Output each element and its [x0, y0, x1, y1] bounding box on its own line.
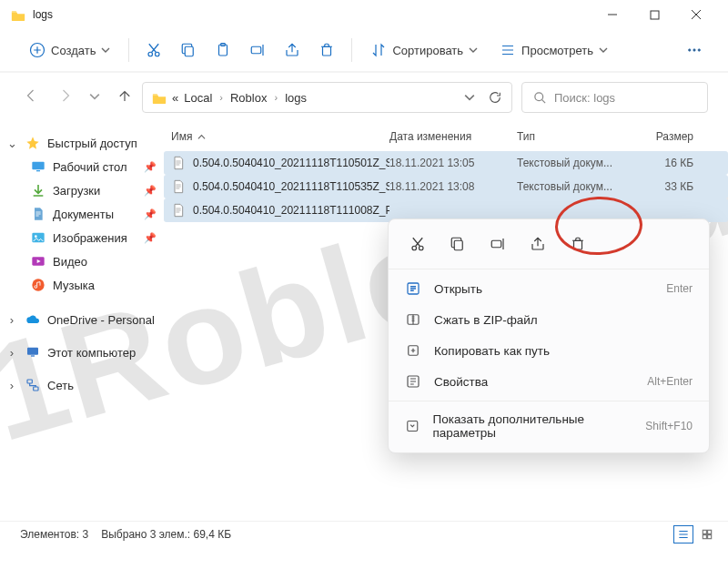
close-button[interactable]: [675, 0, 717, 29]
more-button[interactable]: [679, 36, 710, 64]
ctx-share-button[interactable]: [521, 229, 554, 259]
breadcrumb-item[interactable]: logs: [285, 91, 307, 105]
search-input[interactable]: Поиск: logs: [521, 82, 708, 113]
ctx-cut-button[interactable]: [401, 229, 434, 259]
column-name[interactable]: Имя: [171, 130, 389, 143]
command-bar: Создать Сортировать Просмотреть: [0, 29, 728, 73]
grid-view-button[interactable]: [697, 525, 717, 543]
svg-rect-21: [27, 380, 32, 383]
sort-button[interactable]: Сортировать: [361, 36, 487, 64]
svg-rect-22: [34, 387, 38, 391]
ctx-properties[interactable]: Свойства Alt+Enter: [389, 366, 709, 397]
recent-chevron[interactable]: [89, 89, 100, 106]
ctx-show-more[interactable]: Показать дополнительные параметры Shift+…: [389, 405, 709, 447]
folder-icon: [11, 9, 25, 21]
file-name: 0.504.0.5040410_20211118T110535Z_Studi..…: [193, 180, 389, 193]
chevron-right-icon: ›: [272, 92, 279, 103]
ctx-open[interactable]: Открыть Enter: [389, 273, 709, 304]
forward-button[interactable]: [56, 87, 73, 107]
cloud-icon: [25, 312, 40, 327]
breadcrumb-item[interactable]: Roblox: [230, 91, 267, 105]
ctx-delete-button[interactable]: [561, 229, 594, 259]
chevron-right-icon[interactable]: ›: [5, 346, 18, 360]
sidebar-item-documents[interactable]: Документы 📌: [0, 202, 164, 226]
back-button[interactable]: [24, 87, 40, 107]
chevron-right-icon[interactable]: ›: [5, 313, 18, 327]
copy-path-icon: [405, 342, 421, 359]
ctx-label: Свойства: [434, 375, 488, 389]
chevron-down-icon[interactable]: ⌄: [5, 137, 18, 150]
new-button[interactable]: Создать: [20, 36, 119, 64]
address-bar[interactable]: « Local › Roblox › logs: [142, 82, 512, 113]
star-icon: [25, 136, 40, 150]
rename-button[interactable]: [242, 36, 273, 64]
ctx-rename-button[interactable]: [481, 229, 514, 259]
svg-rect-25: [454, 240, 462, 250]
minimize-button[interactable]: [592, 0, 633, 29]
sort-label: Сортировать: [392, 44, 463, 57]
ctx-copy-path[interactable]: Копировать как путь: [389, 335, 709, 366]
menu-separator: [389, 401, 709, 401]
svg-point-24: [420, 246, 424, 250]
sidebar-item-pictures[interactable]: Изображения 📌: [0, 226, 164, 249]
ctx-shortcut: Enter: [666, 282, 693, 295]
view-button[interactable]: Просмотреть: [490, 36, 617, 64]
sidebar-label: OneDrive - Personal: [47, 313, 155, 327]
search-icon: [533, 91, 547, 105]
svg-point-18: [32, 279, 44, 290]
chevron-right-icon[interactable]: ›: [5, 379, 18, 392]
svg-point-11: [698, 49, 700, 51]
sidebar-label: Видео: [53, 255, 87, 269]
image-icon: [31, 230, 46, 245]
sidebar-item-desktop[interactable]: Рабочий стол 📌: [0, 155, 164, 178]
sidebar-item-this-pc[interactable]: › Этот компьютер: [0, 340, 164, 364]
chevron-down-icon[interactable]: [464, 92, 475, 103]
sidebar-item-onedrive[interactable]: › OneDrive - Personal: [0, 308, 164, 331]
chevron-down-icon: [469, 46, 478, 55]
maximize-button[interactable]: [633, 0, 675, 29]
paste-button[interactable]: [207, 36, 238, 64]
share-button[interactable]: [277, 36, 308, 64]
view-label: Просмотреть: [521, 44, 593, 57]
svg-rect-26: [491, 240, 501, 248]
menu-separator: [389, 269, 709, 269]
column-size[interactable]: Размер: [635, 130, 699, 143]
chevron-down-icon: [101, 46, 110, 55]
chevron-down-icon: [599, 46, 608, 55]
table-row[interactable]: 0.504.0.5040410_20211118T110501Z_Studi..…: [164, 151, 728, 175]
text-file-icon: [171, 179, 186, 194]
details-view-button[interactable]: [673, 525, 693, 543]
sidebar-label: Изображения: [53, 231, 127, 245]
ctx-label: Сжать в ZIP-файл: [434, 313, 538, 327]
svg-rect-19: [27, 348, 38, 355]
status-selection: Выбрано 3 элем.: 69,4 КБ: [101, 528, 231, 541]
breadcrumb-item[interactable]: Local: [184, 91, 212, 105]
ctx-copy-button[interactable]: [441, 229, 474, 259]
sidebar-label: Сеть: [47, 379, 74, 392]
sidebar-item-network[interactable]: › Сеть: [0, 373, 164, 397]
ctx-zip[interactable]: Сжать в ZIP-файл: [389, 304, 709, 335]
titlebar: logs: [0, 0, 728, 29]
document-icon: [31, 207, 46, 221]
sidebar-item-quick-access[interactable]: ⌄ Быстрый доступ: [0, 131, 164, 155]
sidebar-label: Музыка: [53, 279, 95, 292]
copy-button[interactable]: [173, 36, 204, 64]
sidebar-item-music[interactable]: Музыка: [0, 273, 164, 297]
network-icon: [25, 378, 40, 392]
delete-button[interactable]: [311, 36, 342, 64]
cut-button[interactable]: [138, 36, 169, 64]
refresh-button[interactable]: [488, 90, 502, 105]
search-placeholder: Поиск: logs: [554, 91, 615, 105]
svg-rect-14: [36, 170, 40, 171]
sidebar-label: Рабочий стол: [53, 160, 127, 174]
music-icon: [31, 278, 46, 292]
sidebar-item-videos[interactable]: Видео: [0, 249, 164, 273]
up-button[interactable]: [116, 87, 133, 107]
column-date[interactable]: Дата изменения: [389, 130, 517, 143]
column-type[interactable]: Тип: [517, 130, 635, 143]
status-item-count: Элементов: 3: [20, 528, 88, 541]
table-row[interactable]: 0.504.0.5040410_20211118T110535Z_Studi..…: [164, 175, 728, 198]
file-name: 0.504.0.5040410_20211118T111008Z_Pla...: [193, 204, 389, 217]
file-size: 16 КБ: [635, 157, 699, 169]
sidebar-item-downloads[interactable]: Загрузки 📌: [0, 178, 164, 202]
